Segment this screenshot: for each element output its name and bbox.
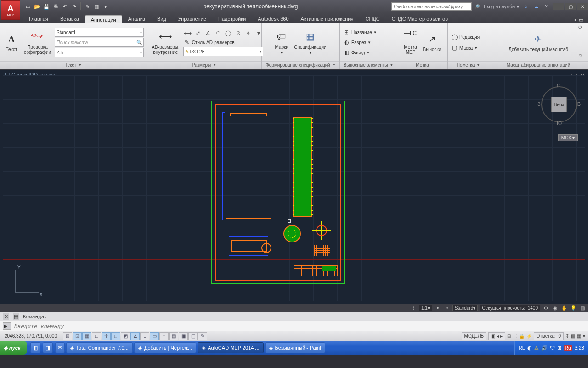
dim-linear-icon[interactable]: ⟷ [183, 29, 192, 38]
ribbon-tab[interactable]: Вид [151, 14, 172, 23]
text-height-combo[interactable]: 2.5▾ [55, 48, 144, 57]
sign-in-link[interactable]: Вход в службы ▾ [484, 4, 519, 9]
search-input[interactable] [391, 2, 472, 11]
dim-diameter-icon[interactable]: ⊘ [234, 29, 243, 38]
dim-radius-icon[interactable]: ◯ [224, 29, 233, 38]
lock-ui-icon[interactable]: 🔒 [519, 334, 525, 339]
view-cube[interactable]: Верх С Ю З В [538, 84, 580, 125]
tray-icon-2[interactable]: ⚠ [534, 345, 539, 351]
tab-bullet-icon[interactable]: • [574, 17, 576, 23]
save-icon[interactable]: 💾 [42, 2, 51, 11]
app-logo[interactable]: AMEP [1, 0, 20, 20]
annoauto-icon[interactable]: ✧ [443, 305, 451, 311]
mep-label-button[interactable]: —LC—Метка MEP [402, 29, 419, 56]
tray-icon-1[interactable]: ◐ [527, 345, 532, 351]
ribbon-tab[interactable]: Вставка [54, 14, 85, 23]
brush-icon[interactable]: ✎ [83, 2, 91, 11]
schedules-button[interactable]: ▦Спецификации▼ [292, 29, 328, 56]
ribbon-tab[interactable]: Надстройки [212, 14, 252, 23]
start-button[interactable]: ◆ пуск [0, 341, 27, 355]
isolate-icon[interactable]: ◉ [551, 305, 559, 311]
cloud-icon[interactable]: ☁ [533, 3, 539, 10]
tray-language[interactable]: Ru [564, 345, 572, 351]
tray-lang-small[interactable]: RL [519, 345, 525, 351]
drawing-area[interactable]: [–][Сверху][2D-каркас] — ▢ ✕ — — — — — —… [0, 69, 588, 304]
scale-list-icon[interactable]: ⚖ [578, 53, 586, 60]
cmd-prompt-icon[interactable]: ▶_ [3, 322, 11, 330]
wcs-badge[interactable]: МСК ▾ [558, 134, 578, 141]
help-icon[interactable]: ? [543, 3, 549, 10]
sync-scales-icon[interactable]: ⟳ [578, 24, 586, 32]
tray-icon-3[interactable]: 🔊 [541, 345, 548, 351]
close-button[interactable]: ✕ [577, 3, 588, 10]
coordinates[interactable]: 2046.328, 170.791, 0.000 [0, 331, 62, 341]
ribbon-tab[interactable]: Управление [172, 14, 212, 23]
cmd-recent-icon[interactable]: ▤ [13, 313, 19, 320]
quicklaunch-1[interactable]: ◧ [30, 342, 40, 353]
toggle-dyn[interactable]: ▭ [150, 332, 159, 340]
dim-arc-icon[interactable]: ◠ [214, 29, 223, 38]
panel-title-callout[interactable]: Выносные элементы▼ [340, 61, 397, 69]
perf-icon[interactable]: ⚡ [526, 334, 532, 339]
annovis-icon[interactable]: ✦ [434, 305, 441, 311]
surface-hatch-icon[interactable]: ▨ [571, 334, 575, 339]
panel-title-dims[interactable]: Размеры▼ [147, 61, 261, 69]
cut-plane[interactable]: Секущая плоскость: 1400 [480, 305, 540, 311]
new-icon[interactable]: ▭ [24, 2, 32, 11]
redo-icon[interactable]: ↷ [70, 2, 78, 11]
ribbon-tab[interactable]: Autodesk 360 [252, 14, 294, 23]
tray-icon-5[interactable]: ⊞ [557, 345, 561, 351]
qat-more-icon[interactable]: ▾ [102, 2, 110, 11]
panel-title-markup[interactable]: Пометка▼ [448, 61, 489, 69]
toggle-otrack[interactable]: ∠ [130, 332, 140, 340]
toggle-tpy[interactable]: ▤ [169, 332, 178, 340]
toggle-snap[interactable]: ⊡ [73, 332, 82, 340]
taskbar-item[interactable]: ◈AutoCAD MEP 2014 ... [198, 342, 263, 353]
cmd-close-icon[interactable]: ✕ [3, 313, 9, 320]
tray-icon-4[interactable]: 🛡 [550, 345, 555, 351]
panel-title-spec[interactable]: Формирование спецификаций▼ [262, 61, 339, 69]
command-input[interactable] [14, 323, 585, 329]
pan-icon[interactable]: ✋ [560, 305, 568, 311]
quicklaunch-3[interactable]: ✉ [55, 342, 65, 353]
clean-screen-icon[interactable]: ▥ [579, 305, 586, 311]
layout-nav[interactable]: ▣ ◂ ▸ [488, 332, 505, 340]
text-button[interactable]: AТекст [3, 31, 20, 53]
maximize-button[interactable]: ▢ [565, 3, 576, 10]
panel-title-text[interactable]: Текст▼ [0, 61, 147, 69]
annotation-scale[interactable]: 1:1 ▾ [419, 305, 432, 311]
toggle-infer[interactable]: ⊞ [63, 332, 72, 340]
title-callout[interactable]: ⊞Название ▼ [343, 29, 377, 36]
tray-clock[interactable]: 3:23 [575, 345, 584, 351]
revision-button[interactable]: ◯Редакция [451, 33, 480, 40]
taskbar-item[interactable]: ◈Total Commander 7.0... [66, 342, 133, 353]
minimize-button[interactable]: — [553, 3, 564, 10]
model-space-button[interactable]: МОДЕЛЬ [462, 332, 486, 340]
toggle-sc[interactable]: ◫ [188, 332, 198, 340]
mask-button[interactable]: ▢Маска ▼ [451, 44, 480, 52]
ribbon-collapse-icon[interactable]: ▭ [579, 17, 583, 23]
toggle-osnap[interactable]: □ [111, 332, 120, 340]
elevation-callout[interactable]: ◧Фасад ▼ [343, 49, 377, 56]
text-style-combo[interactable]: Standard▾ [55, 28, 144, 37]
toggle-3dosnap[interactable]: ◩ [121, 332, 130, 340]
find-text-input[interactable]: Поиск текста🔍 [55, 38, 144, 47]
toggle-am[interactable]: ✎ [198, 332, 207, 340]
ribbon-tab[interactable]: Главная [23, 14, 54, 23]
toggle-ducs[interactable]: L [140, 332, 149, 340]
toggle-qp[interactable]: ▣ [179, 332, 188, 340]
add-scale-button[interactable]: ✈Добавить текущий масштаб [507, 31, 570, 53]
ribbon-tab[interactable]: Аннотации [85, 15, 122, 23]
undo-icon[interactable]: ↶ [61, 2, 69, 11]
dim-aligned-icon[interactable]: ⤢ [193, 29, 203, 38]
maximize-vp-icon[interactable]: ⛶ [513, 334, 517, 339]
ucs-icon[interactable]: X Y [11, 265, 43, 297]
toggle-lwt[interactable]: ≡ [159, 332, 169, 340]
spellcheck-button[interactable]: ᴬᴮᶜ✔Проверка орфографии [22, 29, 53, 56]
tray-settings-icon[interactable]: ▾ [583, 334, 585, 339]
toggle-polar[interactable]: ✛ [102, 332, 111, 340]
taskbar-item[interactable]: ◈Добавить | Чертеж... [134, 342, 196, 353]
dim-angular-icon[interactable]: ∠ [204, 29, 213, 38]
toggle-ortho[interactable]: ∟ [92, 332, 101, 340]
hardware-accel-icon[interactable]: ⚙ [542, 305, 549, 311]
